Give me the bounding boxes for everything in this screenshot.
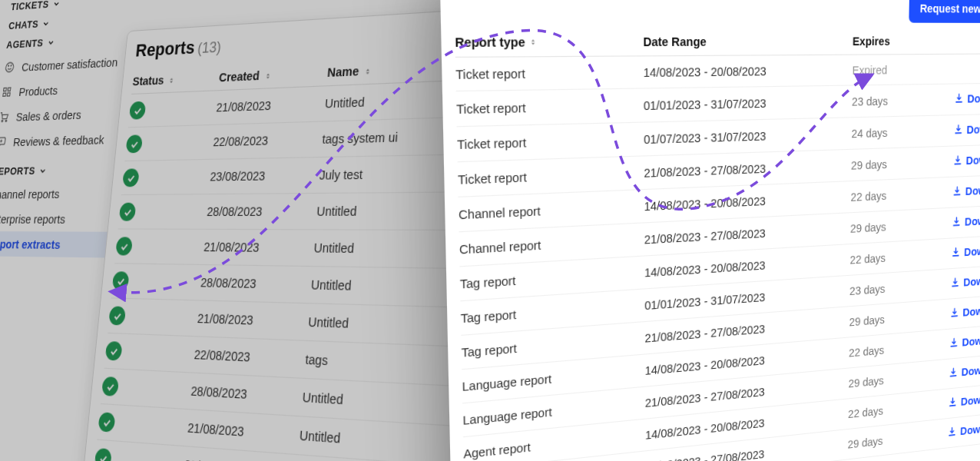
cell-expires: 29 days bbox=[850, 209, 929, 244]
col-status[interactable]: Status bbox=[131, 65, 220, 95]
download-icon bbox=[952, 216, 962, 228]
report-extracts-table: Report type Date Range Expires Ticket re… bbox=[455, 27, 980, 461]
cell-created: 21/08/2023 bbox=[215, 86, 326, 125]
sort-icon bbox=[363, 67, 372, 76]
svg-rect-16 bbox=[7, 93, 10, 96]
download-icon bbox=[947, 426, 957, 438]
download-link[interactable]: Download bbox=[947, 420, 980, 439]
grid-icon bbox=[0, 85, 13, 99]
status-success-icon bbox=[112, 271, 130, 290]
download-icon bbox=[954, 124, 964, 135]
status-success-icon bbox=[105, 341, 123, 361]
cell-created: 22/08/2023 bbox=[193, 337, 307, 379]
download-link[interactable]: Download bbox=[953, 152, 980, 167]
chevron-down-icon bbox=[38, 166, 48, 176]
download-link[interactable]: Download bbox=[948, 390, 980, 409]
chevron-down-icon bbox=[41, 18, 50, 28]
sort-icon bbox=[263, 72, 272, 81]
status-success-icon bbox=[108, 306, 126, 325]
cell-created: 23/08/2023 bbox=[209, 158, 321, 194]
svg-rect-15 bbox=[3, 93, 6, 96]
cell-expires: 23 days bbox=[852, 85, 931, 118]
download-link[interactable]: Download bbox=[951, 243, 980, 259]
download-link[interactable]: Download bbox=[950, 302, 980, 319]
table-row[interactable]: 21/08/2023 Untitled bbox=[114, 229, 464, 269]
download-link[interactable]: Download bbox=[952, 183, 980, 198]
chevron-down-icon bbox=[52, 0, 61, 8]
table-row[interactable]: 28/08/2023 Untitled bbox=[118, 192, 467, 230]
download-icon bbox=[949, 366, 958, 379]
download-icon bbox=[953, 154, 963, 167]
cell-name: Untitled bbox=[313, 230, 465, 269]
download-icon bbox=[948, 396, 958, 409]
table-row[interactable]: 23/08/2023 July test bbox=[121, 154, 468, 195]
sort-icon bbox=[167, 76, 175, 85]
svg-point-17 bbox=[2, 120, 3, 121]
download-icon bbox=[952, 185, 962, 197]
reports-card: Reports (13) Status Created Name bbox=[79, 8, 491, 461]
cell-created: 21/08/2023 bbox=[196, 300, 310, 340]
cart-icon bbox=[0, 110, 11, 124]
reports-title: Reports bbox=[135, 37, 196, 61]
cell-created: 28/08/2023 bbox=[199, 264, 313, 303]
svg-point-10 bbox=[5, 62, 14, 72]
cell-expires: 24 days bbox=[851, 115, 929, 149]
status-success-icon bbox=[98, 412, 115, 433]
cell-expires: 22 days bbox=[850, 178, 929, 213]
download-link[interactable]: Download bbox=[954, 91, 980, 105]
download-icon bbox=[950, 307, 960, 319]
download-link[interactable]: Download bbox=[950, 273, 980, 290]
svg-point-11 bbox=[8, 65, 9, 66]
cell-type: Ticket report bbox=[455, 56, 644, 91]
status-success-icon bbox=[94, 448, 112, 461]
request-new-report-button[interactable]: Request new report bbox=[909, 0, 980, 23]
cell-type: Ticket report bbox=[457, 122, 644, 162]
svg-point-18 bbox=[5, 120, 7, 121]
cell-expires: 29 days bbox=[851, 147, 929, 181]
chat-plus-icon bbox=[0, 134, 8, 149]
status-success-icon bbox=[119, 203, 137, 221]
cell-name: Untitled bbox=[310, 267, 462, 307]
smiley-icon bbox=[3, 60, 16, 75]
download-link[interactable]: Download bbox=[949, 361, 980, 380]
right-report-panel: 9+ ? CC Request new report Report type D… bbox=[439, 0, 980, 461]
reports-table: Status Created Name 21/08/2023 Unt bbox=[90, 52, 475, 461]
download-icon bbox=[949, 337, 959, 349]
download-icon bbox=[954, 93, 964, 104]
col-date-range[interactable]: Date Range bbox=[643, 28, 853, 56]
download-link[interactable]: Download bbox=[954, 121, 980, 136]
download-icon bbox=[951, 247, 961, 259]
sort-icon bbox=[528, 38, 537, 46]
cell-created: 21/08/2023 bbox=[202, 229, 315, 266]
download-link[interactable]: Download bbox=[949, 332, 980, 350]
download-link[interactable]: Download bbox=[952, 213, 980, 229]
cell-name: Untitled bbox=[307, 303, 460, 347]
cell-expires: Expired bbox=[852, 55, 931, 86]
status-success-icon bbox=[115, 237, 133, 255]
cell-range: 14/08/2023 - 20/08/2023 bbox=[643, 55, 852, 88]
cell-expires: 22 days bbox=[849, 240, 927, 275]
col-expires[interactable]: Expires bbox=[853, 28, 932, 55]
svg-rect-14 bbox=[8, 88, 11, 91]
svg-rect-13 bbox=[4, 88, 7, 91]
cell-created: 28/08/2023 bbox=[206, 193, 319, 229]
col-report-type[interactable]: Report type bbox=[455, 27, 643, 57]
status-success-icon bbox=[101, 376, 119, 396]
cell-type: Ticket report bbox=[456, 88, 644, 127]
cell-range: 01/01/2023 - 31/07/2023 bbox=[644, 85, 853, 122]
chevron-down-icon bbox=[47, 38, 56, 48]
status-success-icon bbox=[129, 101, 146, 120]
reports-count: (13) bbox=[197, 38, 222, 56]
svg-point-12 bbox=[11, 65, 12, 66]
download-icon bbox=[950, 277, 960, 289]
status-success-icon bbox=[122, 168, 140, 187]
status-success-icon bbox=[126, 134, 143, 153]
cell-created: 22/08/2023 bbox=[212, 121, 324, 159]
